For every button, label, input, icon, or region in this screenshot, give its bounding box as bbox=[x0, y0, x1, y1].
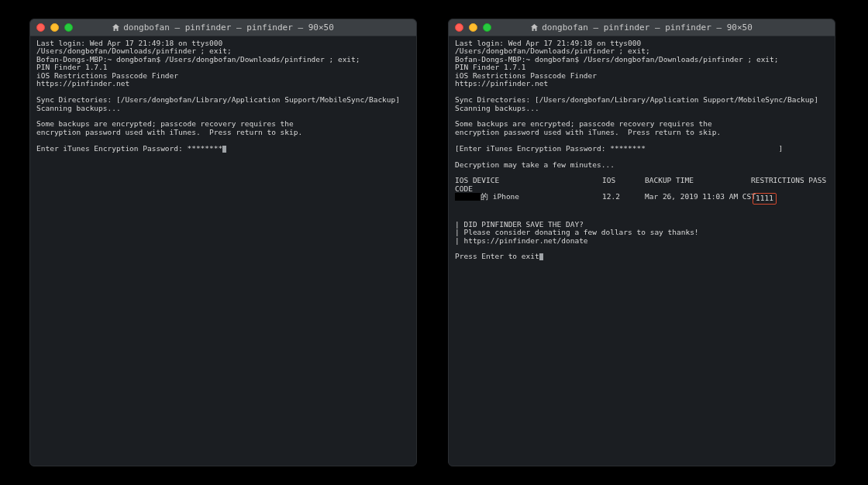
app-url-line: https://pinfinder.net bbox=[455, 79, 548, 88]
close-icon[interactable] bbox=[455, 23, 463, 32]
minimize-icon[interactable] bbox=[50, 23, 59, 32]
cell-ios: 12.2 bbox=[602, 193, 645, 204]
app-url-line: https://pinfinder.net bbox=[36, 79, 129, 88]
encrypted-note-line1: Some backups are encrypted; passcode rec… bbox=[36, 119, 294, 128]
cursor-icon bbox=[222, 146, 226, 153]
app-name-line: PIN Finder 1.7.1 bbox=[36, 63, 108, 71]
passcode-highlight: 1111 bbox=[753, 193, 777, 204]
cwd-line: /Users/dongbofan/Downloads/pinfinder ; e… bbox=[455, 46, 650, 55]
title-bar[interactable]: dongbofan — pinfinder — pinfinder — 90×5… bbox=[30, 19, 416, 36]
window-controls bbox=[455, 23, 491, 32]
home-icon bbox=[531, 24, 538, 32]
window-title: dongbofan — pinfinder — pinfinder — 90×5… bbox=[449, 22, 835, 33]
cell-time: Mar 26, 2019 11:03 AM CST bbox=[645, 193, 751, 204]
sync-dir-line: Sync Directories: [/Users/dongbofan/Libr… bbox=[455, 95, 818, 104]
donate-line3: | https://pinfinder.net/donate bbox=[455, 236, 588, 245]
col-ios-header: IOS bbox=[602, 177, 645, 184]
donate-line2: | Please consider donating a few dollars… bbox=[455, 228, 699, 236]
app-name-line: PIN Finder 1.7.1 bbox=[455, 63, 526, 71]
last-login-line: Last login: Wed Apr 17 21:49:18 on ttys0… bbox=[455, 39, 641, 47]
exit-prompt[interactable]: Press Enter to exit bbox=[455, 252, 539, 260]
terminal-window-left[interactable]: dongbofan — pinfinder — pinfinder — 90×5… bbox=[29, 19, 417, 466]
cwd-line: /Users/dongbofan/Downloads/pinfinder ; e… bbox=[36, 46, 232, 55]
zoom-icon[interactable] bbox=[64, 23, 73, 32]
password-prompt[interactable]: Enter iTunes Encryption Password: ******… bbox=[460, 144, 646, 153]
col-pass-header: RESTRICTIONS PASS bbox=[751, 177, 828, 184]
col-device-header: IOS DEVICE bbox=[455, 177, 602, 184]
result-table-header: IOS DEVICEIOSBACKUP TIMERESTRICTIONS PAS… bbox=[455, 177, 828, 184]
prompt-line: Bofan-Dongs-MBP:~ dongbofan$ /Users/dong… bbox=[36, 55, 360, 64]
last-login-line: Last login: Wed Apr 17 21:49:18 on ttys0… bbox=[36, 39, 222, 47]
encrypted-note-line2: encryption password used with iTunes. Pr… bbox=[36, 128, 302, 136]
cell-device: 的 iPhone bbox=[455, 193, 602, 204]
app-desc-line: iOS Restrictions Passcode Finder bbox=[455, 71, 597, 80]
terminal-content[interactable]: Last login: Wed Apr 17 21:49:18 on ttys0… bbox=[449, 36, 835, 466]
close-icon[interactable] bbox=[36, 23, 45, 32]
window-title: dongbofan — pinfinder — pinfinder — 90×5… bbox=[30, 22, 416, 33]
decrypt-line: Decryption may take a few minutes... bbox=[455, 160, 615, 169]
cell-passcode: 1111 bbox=[751, 193, 828, 204]
scanning-line: Scanning backups... bbox=[455, 104, 539, 112]
cursor-icon bbox=[539, 253, 543, 260]
zoom-icon[interactable] bbox=[483, 23, 491, 32]
col-code-header: CODE bbox=[455, 184, 473, 193]
bracket-close: ] bbox=[646, 144, 783, 153]
scanning-line: Scanning backups... bbox=[36, 104, 121, 112]
sync-dir-line: Sync Directories: [/Users/dongbofan/Libr… bbox=[36, 95, 400, 104]
terminal-window-right[interactable]: dongbofan — pinfinder — pinfinder — 90×5… bbox=[448, 19, 835, 466]
home-icon bbox=[112, 24, 119, 32]
app-desc-line: iOS Restrictions Passcode Finder bbox=[36, 71, 178, 80]
result-table-row: 的 iPhone12.2Mar 26, 2019 11:03 AM CST111… bbox=[455, 193, 828, 204]
window-controls bbox=[36, 23, 73, 32]
col-time-header: BACKUP TIME bbox=[645, 177, 751, 184]
terminal-content[interactable]: Last login: Wed Apr 17 21:49:18 on ttys0… bbox=[30, 36, 416, 466]
prompt-line: Bofan-Dongs-MBP:~ dongbofan$ /Users/dong… bbox=[455, 55, 779, 64]
password-prompt[interactable]: Enter iTunes Encryption Password: ******… bbox=[36, 144, 222, 153]
encrypted-note-line1: Some backups are encrypted; passcode rec… bbox=[455, 119, 712, 128]
title-bar[interactable]: dongbofan — pinfinder — pinfinder — 90×5… bbox=[449, 19, 835, 36]
donate-line1: | DID PINFINDER SAVE THE DAY? bbox=[455, 220, 584, 229]
encrypted-note-line2: encryption password used with iTunes. Pr… bbox=[455, 128, 721, 136]
minimize-icon[interactable] bbox=[469, 23, 477, 32]
redacted-name bbox=[455, 193, 480, 201]
